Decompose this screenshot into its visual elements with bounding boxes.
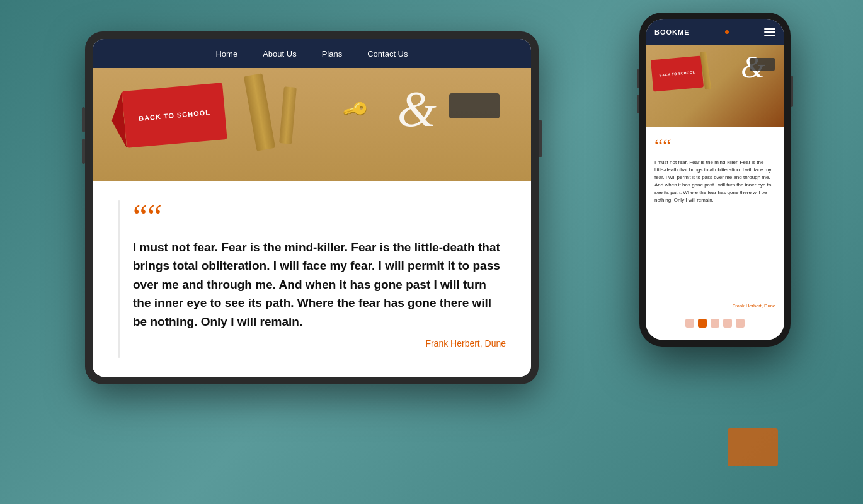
tablet-content: ““ I must not fear. Fear is the mind-kil… xyxy=(93,181,531,377)
tablet-quote-inner: ““ I must not fear. Fear is the mind-kil… xyxy=(133,200,506,358)
nav-plans[interactable]: Plans xyxy=(322,49,343,59)
tablet-quote-text: I must not fear. Fear is the mind-killer… xyxy=(133,238,506,331)
phone-device: BOOKME BACK TO SCHOOL & ““ I must not fe… xyxy=(639,13,791,346)
tablet-quote-author: Frank Herbert, Dune xyxy=(133,338,506,348)
carousel-dot-4[interactable] xyxy=(723,319,732,328)
phone-hero: BACK TO SCHOOL & xyxy=(646,45,784,127)
phone-hero-banner: BACK TO SCHOOL xyxy=(651,56,704,92)
nav-home[interactable]: Home xyxy=(215,49,237,59)
menu-line-3 xyxy=(764,35,775,36)
phone-screen: BOOKME BACK TO SCHOOL & ““ I must not fe… xyxy=(646,19,784,340)
hero-curly: & xyxy=(397,81,437,138)
phone-menu-icon[interactable] xyxy=(764,28,775,36)
hero-banner: BACK TO SCHOOL xyxy=(122,83,227,148)
tablet-quote-mark: ““ xyxy=(133,200,506,233)
phone-quote-text: I must not fear. Fear is the mind-killer… xyxy=(654,159,775,299)
tablet-power-button xyxy=(539,120,542,158)
tablet-side-button xyxy=(82,107,85,132)
phone-status-bar: BOOKME xyxy=(646,19,784,45)
phone-notification-dot xyxy=(725,30,729,34)
carousel-dot-2[interactable] xyxy=(698,319,707,328)
carousel-dot-5[interactable] xyxy=(736,319,745,328)
phone-content: ““ I must not fear. Fear is the mind-kil… xyxy=(646,127,784,340)
orange-accent-block xyxy=(728,428,778,466)
tablet-nav: Home About Us Plans Contact Us xyxy=(93,39,531,68)
tablet-hero: BACK TO SCHOOL 🔑 & xyxy=(93,68,531,181)
scene: Home About Us Plans Contact Us BACK TO S… xyxy=(54,13,809,491)
hero-dark-object xyxy=(449,93,500,118)
tablet-quote-block: ““ I must not fear. Fear is the mind-kil… xyxy=(118,200,506,358)
phone-power-button xyxy=(791,76,793,107)
nav-about[interactable]: About Us xyxy=(263,49,296,59)
phone-quote-author: Frank Herbert, Dune xyxy=(654,303,775,309)
tablet-quote-bar xyxy=(118,200,120,358)
tablet-side-button-2 xyxy=(82,139,85,164)
carousel-dot-3[interactable] xyxy=(711,319,719,328)
carousel-dot-1[interactable] xyxy=(685,319,694,328)
tablet-device: Home About Us Plans Contact Us BACK TO S… xyxy=(85,32,539,384)
phone-dark-object xyxy=(750,58,775,71)
phone-quote-mark: ““ xyxy=(654,136,775,155)
phone-vol-down xyxy=(637,94,639,113)
phone-vol-up xyxy=(637,69,639,88)
menu-line-1 xyxy=(764,28,775,30)
tablet-screen: Home About Us Plans Contact Us BACK TO S… xyxy=(93,39,531,377)
phone-brand: BOOKME xyxy=(654,28,690,36)
phone-carousel-dots xyxy=(654,315,775,331)
menu-line-2 xyxy=(764,32,775,33)
nav-contact[interactable]: Contact Us xyxy=(367,49,408,59)
